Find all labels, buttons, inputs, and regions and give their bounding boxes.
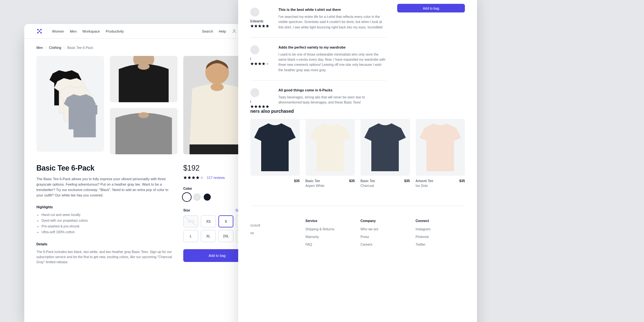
- footer-link[interactable]: Pinterest: [416, 235, 465, 239]
- related-product-price: $35: [349, 179, 355, 183]
- related-product-price: $35: [459, 179, 465, 183]
- related-product-card[interactable]: Basic Tee$35Aspen White: [306, 119, 355, 188]
- footer-link[interactable]: Shipping & Returns: [306, 227, 355, 231]
- nav-productivity[interactable]: Productivity: [106, 29, 124, 33]
- footer-column: ConnectInstagramPinterestTwitter: [416, 219, 465, 250]
- review-title: This is the best white t-shirt out there: [278, 8, 386, 12]
- size-option-S[interactable]: S: [218, 215, 233, 227]
- related-product-card[interactable]: Basic Tee$35Charcoal: [360, 119, 410, 188]
- related-product-price: $35: [404, 179, 410, 183]
- breadcrumb: Men \ Clothing \ Basic Tee 6-Pack: [24, 39, 263, 50]
- search-link[interactable]: Search: [202, 29, 213, 33]
- color-swatch-black[interactable]: [204, 194, 211, 201]
- review-body: I used to be one of those unbearable min…: [278, 52, 386, 73]
- footer-link[interactable]: Press: [360, 235, 410, 239]
- crumb-sep-icon: \: [45, 46, 46, 50]
- related-product-color: Charcoal: [360, 184, 410, 188]
- svg-rect-12: [190, 144, 245, 154]
- nav-men[interactable]: Men: [70, 29, 77, 33]
- help-link[interactable]: Help: [219, 29, 226, 33]
- highlight-item: Dyed with our propietary colors: [42, 218, 174, 224]
- footer-column: ccountns: [250, 219, 300, 250]
- highlights-list: Hand cut and sewn locallyDyed with our p…: [36, 212, 174, 235]
- footer-link[interactable]: Careers: [360, 242, 410, 246]
- size-heading: Size: [183, 208, 190, 212]
- svg-point-3: [40, 32, 42, 34]
- highlights-heading: Highlights: [36, 205, 174, 209]
- product-title: Basic Tee 6-Pack: [36, 164, 174, 172]
- related-product-image: [416, 119, 465, 176]
- main-nav: Women Men Workspace Productivity: [36, 28, 124, 34]
- footer-link[interactable]: Who we are: [360, 227, 410, 231]
- reviews-link[interactable]: 117 reviews: [207, 176, 225, 180]
- footer-column: ServiceShipping & ReturnsWarrantyFAQ: [306, 219, 355, 250]
- reviewer-name: l: [250, 100, 273, 103]
- reviewer-name: l: [250, 57, 273, 61]
- footer-link[interactable]: Warranty: [306, 235, 355, 239]
- size-option-XS[interactable]: XS: [201, 215, 216, 227]
- footer-link[interactable]: FAQ: [306, 242, 355, 246]
- related-product-color: Aspen White: [306, 184, 355, 188]
- rating-stars: [183, 176, 204, 180]
- footer-link[interactable]: ccount: [250, 223, 300, 227]
- gallery-image-3[interactable]: [110, 108, 178, 154]
- color-swatch-white[interactable]: [183, 194, 190, 201]
- related-product-image: [306, 119, 355, 176]
- gallery-image-2[interactable]: [110, 56, 178, 102]
- reviews-section: EdwardsThis is the best white t-shirt ou…: [250, 0, 386, 119]
- footer-link[interactable]: Twitter: [416, 242, 465, 246]
- review-item: lAdds the perfect variety to my wardrobe…: [250, 37, 386, 80]
- details-text: The 6-Pack includes two black, two white…: [36, 249, 174, 265]
- crumb-clothing[interactable]: Clothing: [49, 46, 61, 50]
- related-product-name: Basic Tee: [306, 179, 320, 183]
- footer-link[interactable]: ns: [250, 231, 300, 235]
- product-info-left: Basic Tee 6-Pack The Basic Tee 6-Pack al…: [36, 164, 174, 264]
- crumb-men[interactable]: Men: [36, 46, 43, 50]
- size-option-XL[interactable]: XL: [201, 230, 216, 242]
- svg-point-2: [37, 32, 39, 34]
- size-option-2XL[interactable]: 2XL: [218, 230, 233, 242]
- related-product-image: [360, 119, 410, 176]
- also-purchased-section: ners also purchased $35Basic Tee$35Aspen…: [250, 109, 465, 188]
- review-item: EdwardsThis is the best white t-shirt ou…: [250, 0, 386, 37]
- related-product-image: [250, 119, 300, 176]
- product-description: The Basic Tee 6-Pack allows you to fully…: [36, 176, 174, 198]
- user-icon[interactable]: [232, 29, 237, 34]
- related-product-name: Basic Tee: [360, 179, 375, 183]
- related-product-color: Iso Dots: [416, 184, 465, 188]
- svg-point-5: [233, 30, 235, 31]
- add-to-bag-button-sticky[interactable]: Add to bag: [397, 4, 465, 12]
- color-swatch-gray[interactable]: [193, 194, 201, 201]
- svg-point-1: [40, 29, 42, 30]
- details-heading: Details: [36, 242, 174, 246]
- svg-point-10: [139, 112, 149, 118]
- related-product-card[interactable]: Artwork Tee$35Iso Dots: [416, 119, 465, 188]
- product-gallery: [24, 50, 263, 154]
- related-product-price: $35: [294, 179, 300, 183]
- gallery-image-1[interactable]: [36, 56, 104, 152]
- highlight-item: Hand cut and sewn locally: [42, 212, 174, 218]
- site-footer: ccountnsServiceShipping & ReturnsWarrant…: [250, 206, 465, 250]
- size-option-XXS: XXS: [183, 215, 198, 227]
- also-purchased-heading: ners also purchased: [250, 109, 465, 114]
- footer-link[interactable]: Instagram: [416, 227, 465, 231]
- brand-logo-icon: [36, 28, 42, 34]
- reviewer-name: Edwards: [250, 19, 273, 23]
- avatar: [250, 88, 259, 97]
- highlight-item: Pre-washed & pre-shrunk: [42, 224, 174, 229]
- svg-point-4: [39, 30, 40, 32]
- related-product-card[interactable]: $35: [250, 119, 300, 188]
- review-rating: [250, 24, 273, 28]
- crumb-sep-icon: \: [64, 46, 65, 50]
- avatar: [250, 8, 259, 17]
- crumb-current: Basic Tee 6-Pack: [67, 46, 93, 50]
- nav-workspace[interactable]: Workspace: [82, 29, 100, 33]
- product-page-window: Women Men Workspace Productivity Search …: [24, 24, 263, 322]
- nav-women[interactable]: Women: [52, 29, 64, 33]
- svg-point-0: [37, 29, 39, 30]
- review-rating: [250, 62, 273, 65]
- avatar: [250, 45, 259, 54]
- footer-heading: Service: [306, 219, 355, 223]
- size-option-L[interactable]: L: [183, 230, 198, 242]
- highlight-item: Ultra-soft 100% cotton: [42, 229, 174, 235]
